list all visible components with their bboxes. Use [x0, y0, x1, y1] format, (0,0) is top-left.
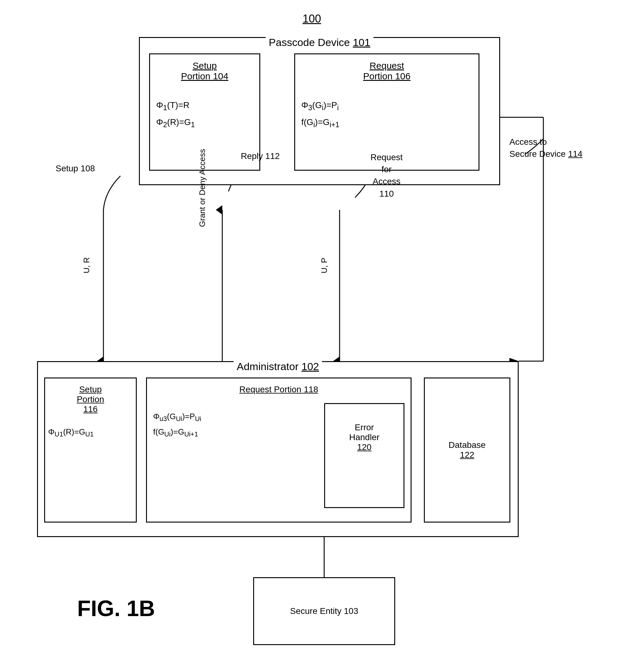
request-portion-118-box: Request Portion 118 Φu3(GUi)=PUi f(GUi)=…	[146, 378, 412, 523]
request-label: Request	[370, 61, 404, 71]
secure-entity-box: Secure Entity 103	[253, 577, 395, 645]
setup-116-number: 116	[83, 404, 98, 414]
secure-entity-label: Secure Entity 103	[290, 606, 358, 616]
setup-portion-104-label: Portion 104	[181, 71, 228, 81]
request-portion-118-label: Request Portion 118	[239, 385, 318, 394]
error-handler-label: ErrorHandler120	[349, 422, 379, 452]
setup-formulas: Φ1(T)=R Φ2(R)=G1	[156, 97, 195, 131]
setup-portion-116-label: Setup Portion	[77, 385, 104, 404]
administrator-label: Administrator 102	[234, 361, 322, 372]
passcode-device-box: Passcode Device 101 Setup Portion 104 Φ1…	[139, 37, 500, 185]
setup-108-label: Setup 108	[55, 164, 95, 174]
database-box: Database122	[424, 378, 510, 523]
error-handler-box: ErrorHandler120	[324, 403, 404, 508]
diagram-title: 100	[303, 12, 321, 25]
u-r-label: U, R	[82, 257, 91, 273]
request-118-formulas: Φu3(GUi)=PUi f(GUi)=GUi+1	[153, 409, 201, 440]
request-formulas: Φ3(Gi)=Pi f(Gi)=Gi+1	[301, 97, 339, 131]
fig-label: FIG. 1B	[77, 596, 155, 621]
administrator-box: Administrator 102 Setup Portion 116 ΦU1(…	[37, 361, 519, 537]
setup-portion-116-box: Setup Portion 116 ΦU1(R)=GU1	[44, 378, 137, 523]
diagram: 100 Passcode Device 101 Setup Portion 10…	[0, 0, 644, 663]
access-secure-device-label: Access toSecure Device 114	[509, 136, 582, 160]
passcode-device-label: Passcode Device 101	[266, 37, 374, 48]
reply-112-label: Reply 112	[241, 151, 280, 161]
grant-deny-label: Grant or Deny Access	[198, 149, 207, 227]
setup-116-formula: ΦU1(R)=GU1	[48, 425, 94, 440]
request-portion-106-label: Portion 106	[363, 71, 410, 81]
u-p-label: U, P	[319, 258, 329, 273]
administrator-number: 102	[302, 361, 319, 372]
setup-label: Setup	[193, 61, 217, 71]
passcode-device-number: 101	[353, 37, 371, 48]
database-label: Database122	[449, 440, 486, 460]
request-access-label: RequestforAccess110	[371, 151, 403, 200]
